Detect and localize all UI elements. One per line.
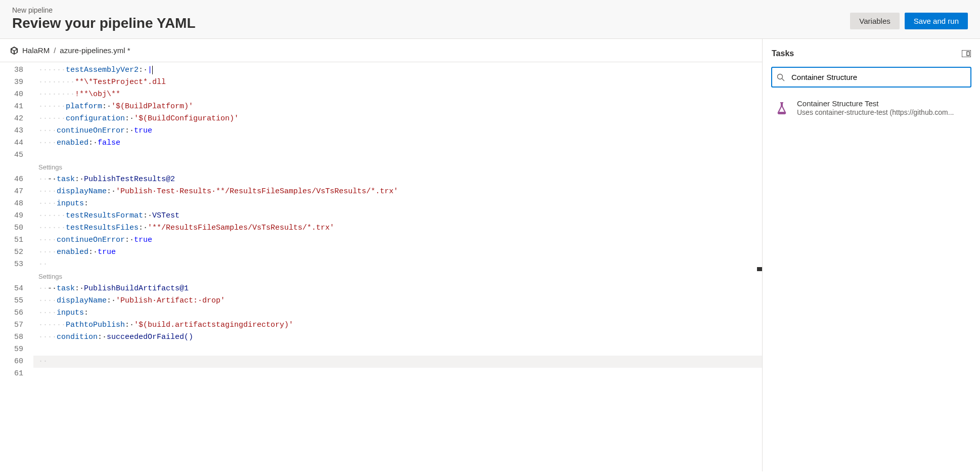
svg-line-3 bbox=[782, 78, 785, 81]
header-actions: Variables Save and run bbox=[850, 13, 968, 29]
code-line[interactable]: ········**\*TestProject*.dll bbox=[33, 76, 762, 89]
tasks-title: Tasks bbox=[772, 49, 794, 58]
codelens-settings[interactable]: Settings bbox=[33, 161, 762, 174]
breadcrumb-file: azure-pipelines.yml * bbox=[60, 46, 130, 55]
codelens-settings[interactable]: Settings bbox=[33, 271, 762, 283]
task-results: Container Structure Test Uses container-… bbox=[772, 96, 971, 119]
flask-icon bbox=[774, 100, 790, 116]
pane-resizer[interactable] bbox=[757, 267, 762, 271]
variables-button[interactable]: Variables bbox=[850, 13, 899, 29]
task-result-name: Container Structure Test bbox=[797, 99, 954, 108]
page-title: Review your pipeline YAML bbox=[12, 15, 196, 31]
tasks-pane: Tasks Container Structure Test Uses cont… bbox=[763, 39, 980, 471]
code-line[interactable] bbox=[33, 149, 762, 161]
code-line[interactable]: ······PathtoPublish:·'$(build.artifactst… bbox=[33, 319, 762, 331]
search-icon bbox=[777, 73, 785, 81]
code-line[interactable]: ······testResultsFiles:·'**/ResultsFileS… bbox=[33, 222, 762, 234]
svg-rect-1 bbox=[967, 52, 969, 56]
breadcrumb: HalaRM / azure-pipelines.yml * bbox=[0, 39, 762, 62]
tasks-header: Tasks bbox=[772, 49, 971, 58]
code-line[interactable]: ······platform:·'$(BuildPlatform)' bbox=[33, 101, 762, 113]
code-line[interactable] bbox=[33, 368, 762, 380]
breadcrumb-repo[interactable]: HalaRM bbox=[22, 46, 50, 55]
breadcrumb-separator: / bbox=[54, 46, 56, 55]
code-line[interactable]: ····displayName:·'Publish·Artifact:·drop… bbox=[33, 295, 762, 307]
task-result-item[interactable]: Container Structure Test Uses container-… bbox=[772, 96, 971, 119]
svg-point-2 bbox=[778, 74, 783, 79]
fullscreen-icon[interactable] bbox=[962, 50, 971, 57]
task-search-wrap bbox=[772, 67, 971, 87]
repo-icon bbox=[10, 47, 18, 55]
code-line[interactable]: ··-·task:·PublishBuildArtifacts@1 bbox=[33, 283, 762, 295]
code-line[interactable]: ······testAssemblyVer2:·| bbox=[33, 64, 762, 76]
code-line[interactable]: ··-·task:·PublishTestResults@2 bbox=[33, 174, 762, 186]
code-line[interactable]: ····continueOnError:·true bbox=[33, 125, 762, 137]
code-line[interactable]: ······testResultsFormat:·VSTest bbox=[33, 210, 762, 222]
code-line[interactable]: ····displayName:·'Publish·Test·Results·*… bbox=[33, 186, 762, 198]
header-subtitle: New pipeline bbox=[12, 6, 196, 14]
page-header: New pipeline Review your pipeline YAML V… bbox=[0, 0, 980, 39]
task-result-desc: Uses container-structure-test (https://g… bbox=[797, 108, 954, 116]
code-line[interactable]: ········!**\obj\** bbox=[33, 89, 762, 101]
line-numbers: 3839404142434445464748495051525354555657… bbox=[0, 64, 33, 471]
code-line[interactable]: ····inputs: bbox=[33, 198, 762, 210]
code-line[interactable]: ····continueOnError:·true bbox=[33, 234, 762, 246]
code-line[interactable] bbox=[33, 343, 762, 356]
code-line[interactable]: ······configuration:·'$(BuildConfigurati… bbox=[33, 113, 762, 125]
code-line[interactable]: ····condition:·succeededOrFailed() bbox=[33, 331, 762, 343]
code-line[interactable]: ·· bbox=[33, 258, 762, 271]
editor-pane: HalaRM / azure-pipelines.yml * 383940414… bbox=[0, 39, 763, 471]
code-line[interactable]: ····enabled:·true bbox=[33, 246, 762, 258]
save-and-run-button[interactable]: Save and run bbox=[905, 13, 968, 29]
code-body[interactable]: ······testAssemblyVer2:·| ········**\*Te… bbox=[33, 64, 762, 471]
code-line[interactable]: ····enabled:·false bbox=[33, 137, 762, 149]
header-left: New pipeline Review your pipeline YAML bbox=[12, 6, 196, 31]
content-area: HalaRM / azure-pipelines.yml * 383940414… bbox=[0, 39, 980, 471]
code-line[interactable]: ·· bbox=[33, 356, 762, 368]
code-editor[interactable]: 3839404142434445464748495051525354555657… bbox=[0, 62, 762, 471]
code-line[interactable]: ····inputs: bbox=[33, 307, 762, 319]
task-search-input[interactable] bbox=[772, 67, 971, 87]
